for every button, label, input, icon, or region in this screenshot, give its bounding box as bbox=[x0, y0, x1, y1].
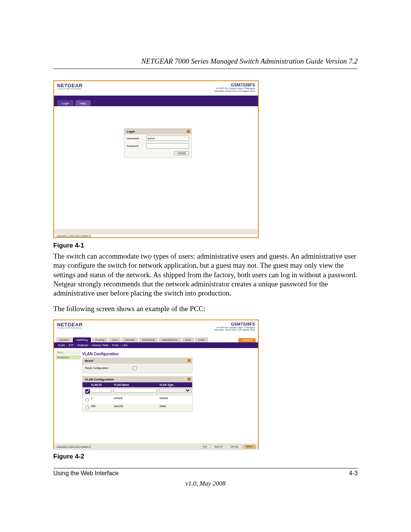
row-checkbox[interactable] bbox=[86, 398, 89, 401]
figure-4-2-screenshot: NETGEAR Connect with Innovation GSM7328F… bbox=[53, 320, 259, 449]
tab-security[interactable]: Security bbox=[121, 337, 138, 342]
subnav-multicast[interactable]: Multicast bbox=[78, 344, 88, 347]
tab-monitoring[interactable]: Monitoring bbox=[139, 337, 158, 342]
add-button[interactable]: ADD bbox=[200, 445, 210, 449]
side-basic[interactable]: Basic bbox=[56, 350, 81, 355]
cell-vlan-id: 200 bbox=[89, 404, 112, 412]
tab-help[interactable]: Help bbox=[182, 337, 194, 342]
body-paragraph-1: The switch can accommodate two types of … bbox=[53, 252, 358, 298]
model-number: GSM7328FS bbox=[214, 83, 255, 87]
footer-right: 4-3 bbox=[349, 470, 358, 477]
login-panel-title: Login bbox=[124, 129, 191, 134]
subnav-vlan[interactable]: VLAN bbox=[58, 344, 65, 347]
cell-vlan-type: Static bbox=[158, 404, 192, 412]
password-input[interactable] bbox=[147, 143, 189, 149]
tab-maintenance[interactable]: Maintenance bbox=[159, 337, 181, 342]
username-input[interactable] bbox=[147, 136, 189, 141]
model-desc-2: Stackable Switch with 4 10-Gigabit Slots bbox=[214, 90, 255, 93]
tab-login[interactable]: Login bbox=[57, 100, 74, 106]
figure-4-1-label: Figure 4-1 bbox=[53, 242, 358, 249]
model-desc-2: Stackable Switch with 4 10-Gigabit Slots bbox=[214, 329, 255, 331]
tab-routing[interactable]: Routing bbox=[92, 337, 108, 342]
th-vlan-id: VLAN ID bbox=[89, 382, 112, 387]
model-desc-1: 24 SFP Port Gigabit Layer 3 Managed bbox=[214, 87, 255, 90]
vlan-table-title: VLAN Configuration bbox=[83, 377, 192, 382]
tab-index[interactable]: Index bbox=[195, 337, 208, 342]
side-advanced[interactable]: Advanced bbox=[56, 355, 81, 359]
new-vlan-type-select[interactable] bbox=[159, 388, 191, 393]
tab-qos[interactable]: QoS bbox=[108, 337, 121, 342]
cell-vlan-id: 1 bbox=[89, 396, 112, 404]
username-label: Username bbox=[127, 137, 145, 140]
login-panel: Login Username Password LOGIN bbox=[124, 128, 192, 158]
th-vlan-type: VLAN Type bbox=[158, 382, 192, 387]
copyright: Copyright © 1996-2007 Netgear ® bbox=[56, 445, 91, 447]
footer-left: Using the Web Interface bbox=[53, 470, 118, 477]
tab-system[interactable]: System bbox=[56, 337, 72, 342]
model-number: GSM7328FS bbox=[214, 322, 255, 326]
doc-header-title: NETGEAR 7000 Series Managed Switch Admin… bbox=[53, 57, 358, 66]
footer-version: v1.0, May 2008 bbox=[53, 480, 358, 487]
vlan-config-title: VLAN Configuration bbox=[82, 352, 254, 356]
netgear-tagline: Connect with Innovation bbox=[57, 88, 83, 90]
subnav-stp[interactable]: STP bbox=[68, 344, 74, 347]
row-checkbox[interactable] bbox=[86, 406, 89, 409]
tab-help[interactable]: Help bbox=[75, 100, 91, 106]
tab-switching[interactable]: Switching bbox=[73, 337, 91, 342]
logout-button[interactable]: LOGOUT bbox=[238, 338, 256, 342]
reset-panel-title: Reset bbox=[83, 358, 192, 364]
subnav-lag[interactable]: LAG bbox=[122, 344, 127, 347]
th-vlan-name: VLAN Name bbox=[112, 382, 158, 387]
cell-vlan-name: vlan200 bbox=[112, 404, 158, 412]
cell-vlan-name: Default bbox=[112, 396, 158, 404]
subnav-address-table[interactable]: Address Table bbox=[92, 344, 108, 347]
new-vlan-id-input[interactable] bbox=[91, 388, 111, 393]
cancel-button[interactable]: CANCEL bbox=[227, 445, 242, 449]
apply-button[interactable]: APPLY bbox=[243, 445, 256, 449]
subnav-ports[interactable]: Ports bbox=[112, 344, 118, 347]
figure-4-2-label: Figure 4-2 bbox=[53, 453, 358, 460]
header-rule bbox=[53, 69, 358, 69]
netgear-tagline: Connect with Innovation bbox=[57, 327, 83, 329]
delete-button[interactable]: DELETE bbox=[211, 445, 225, 449]
footer-rule bbox=[53, 468, 358, 468]
login-button[interactable]: LOGIN bbox=[174, 151, 189, 155]
new-vlan-name-input[interactable] bbox=[113, 388, 157, 393]
password-label: Password bbox=[127, 145, 145, 147]
cell-vlan-type: Default bbox=[158, 396, 192, 404]
copyright: Copyright © 1996-2007 Netgear ® bbox=[56, 234, 91, 236]
body-paragraph-2: The following screen shows an example of… bbox=[53, 304, 358, 313]
model-desc-1: 24 SFP Port Gigabit Layer 3 Managed bbox=[214, 326, 255, 329]
figure-4-1-screenshot: NETGEAR Connect with Innovation GSM7328F… bbox=[53, 80, 259, 238]
reset-config-checkbox[interactable] bbox=[133, 366, 137, 370]
reset-config-label: Reset Configuration bbox=[85, 367, 108, 369]
